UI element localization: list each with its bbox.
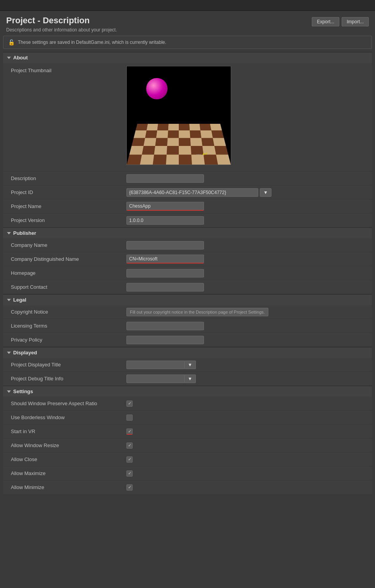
chess-cell	[200, 131, 213, 138]
chess-cell	[157, 124, 168, 130]
project-name-input[interactable]	[126, 202, 204, 211]
chess-cell	[136, 124, 148, 130]
company-distinguished-name-value	[123, 254, 372, 264]
chess-cell	[140, 155, 154, 165]
homepage-input[interactable]	[126, 269, 204, 278]
allow-window-resize-checkbox[interactable]	[126, 442, 133, 449]
project-debug-title-value: ▼	[123, 374, 372, 384]
allow-minimize-checkbox-wrap	[126, 484, 369, 491]
company-name-input[interactable]	[126, 241, 204, 250]
company-name-row: Company Name	[3, 238, 372, 252]
top-bar	[0, 0, 375, 11]
section-about-header[interactable]: About	[3, 52, 372, 63]
allow-maximize-row: Allow Maximize	[3, 467, 372, 480]
project-displayed-title-dropdown[interactable]: ▼	[185, 361, 196, 369]
support-contact-input[interactable]	[126, 283, 204, 291]
project-id-input[interactable]	[126, 188, 258, 197]
project-debug-title-input[interactable]	[126, 375, 185, 383]
licensing-terms-label: Licensing Terms	[3, 321, 123, 330]
description-label: Description	[3, 174, 123, 183]
licensing-terms-row: Licensing Terms	[3, 319, 372, 333]
section-legal-header[interactable]: Legal	[3, 295, 372, 305]
borderless-window-checkbox[interactable]	[126, 415, 133, 421]
chess-cell	[142, 146, 155, 155]
project-name-label: Project Name	[3, 202, 123, 211]
allow-window-resize-row: Allow Window Resize	[3, 439, 372, 453]
chess-cell	[210, 124, 222, 130]
description-input[interactable]	[126, 174, 204, 183]
thumbnail-controls: ··· ↩	[196, 150, 207, 158]
chess-cell	[153, 155, 166, 165]
thumbnail-row: Project Thumbnail	[3, 63, 372, 172]
allow-window-resize-checkbox-wrap	[126, 442, 369, 449]
thumbnail-dots-button[interactable]: ···	[196, 151, 201, 157]
allow-minimize-checkbox[interactable]	[126, 484, 133, 491]
thumbnail-image[interactable]: ··· ↩	[126, 66, 231, 165]
chess-cell	[179, 124, 190, 130]
project-displayed-title-input[interactable]	[126, 361, 185, 369]
project-debug-title-dropdown[interactable]: ▼	[185, 375, 196, 383]
privacy-policy-input[interactable]	[126, 336, 204, 344]
section-displayed-header[interactable]: Displayed	[3, 347, 372, 358]
homepage-label: Homepage	[3, 269, 123, 278]
project-displayed-title-label: Project Displayed Title	[3, 360, 123, 369]
section-settings-header[interactable]: Settings	[3, 386, 372, 397]
chess-cell	[166, 155, 179, 165]
project-version-label: Project Version	[3, 216, 123, 225]
chess-grid	[127, 124, 231, 165]
chess-cell	[155, 138, 168, 146]
preserve-aspect-ratio-value	[123, 400, 372, 408]
allow-close-checkbox-wrap	[126, 456, 369, 463]
chess-cell	[145, 131, 157, 138]
copyright-notice-label: Copyright Notice	[3, 307, 123, 316]
chess-cell	[129, 146, 143, 155]
sphere-object	[146, 78, 168, 99]
thumbnail-refresh-icon[interactable]: ↩	[202, 150, 207, 158]
description-value	[123, 173, 372, 184]
project-debug-title-row: Project Debug Title Info ▼	[3, 372, 372, 386]
info-banner-text: These settings are saved in DefaultGame.…	[18, 40, 166, 45]
chess-cell	[127, 155, 142, 165]
preserve-aspect-ratio-label: Should Window Preserve Aspect Ratio	[3, 399, 123, 408]
page-title: Project - Description	[6, 16, 117, 26]
section-settings-body: Should Window Preserve Aspect Ratio Use …	[3, 397, 372, 494]
description-row: Description	[3, 172, 372, 186]
section-legal: Legal Copyright Notice Fill out your cop…	[3, 294, 372, 347]
chess-cell	[190, 138, 202, 146]
allow-close-checkbox[interactable]	[126, 456, 133, 463]
preserve-aspect-ratio-checkbox[interactable]	[126, 401, 133, 407]
project-version-input[interactable]	[126, 216, 204, 225]
allow-maximize-checkbox-wrap	[126, 470, 369, 477]
project-displayed-title-select-wrap: ▼	[126, 361, 369, 369]
chess-cell	[167, 138, 179, 146]
licensing-terms-input[interactable]	[126, 322, 204, 330]
chess-cell	[189, 124, 200, 130]
chess-cell	[143, 138, 156, 146]
privacy-policy-label: Privacy Policy	[3, 335, 123, 344]
start-in-vr-checkbox[interactable]	[126, 428, 133, 435]
export-button[interactable]: Export...	[312, 17, 339, 26]
section-publisher-label: Publisher	[13, 230, 36, 236]
page-header: Project - Description Descriptions and o…	[0, 11, 375, 36]
section-about-body: Project Thumbnail	[3, 63, 372, 227]
allow-maximize-checkbox[interactable]	[126, 470, 133, 477]
preserve-aspect-ratio-row: Should Window Preserve Aspect Ratio	[3, 397, 372, 411]
section-publisher-header[interactable]: Publisher	[3, 228, 372, 238]
chess-cell	[168, 124, 179, 130]
project-id-dropdown[interactable]: ▼	[260, 188, 271, 197]
section-legal-arrow	[7, 299, 11, 301]
section-settings-arrow	[7, 390, 11, 393]
page-title-section: Project - Description Descriptions and o…	[6, 16, 117, 33]
project-id-row: Project ID ▼	[3, 186, 372, 199]
project-name-value	[123, 201, 372, 212]
company-name-value	[123, 240, 372, 250]
import-button[interactable]: Import...	[342, 17, 369, 26]
chess-board	[127, 106, 231, 165]
copyright-notice-value: Fill out your copyright notice in the De…	[123, 308, 372, 316]
company-distinguished-name-input[interactable]	[126, 255, 204, 264]
info-banner: 🔓 These settings are saved in DefaultGam…	[3, 36, 372, 49]
allow-minimize-row: Allow Minimize	[3, 480, 372, 494]
allow-maximize-value	[123, 470, 372, 477]
lock-icon: 🔓	[8, 39, 15, 45]
section-displayed-body: Project Displayed Title ▼ Project Debug …	[3, 358, 372, 386]
